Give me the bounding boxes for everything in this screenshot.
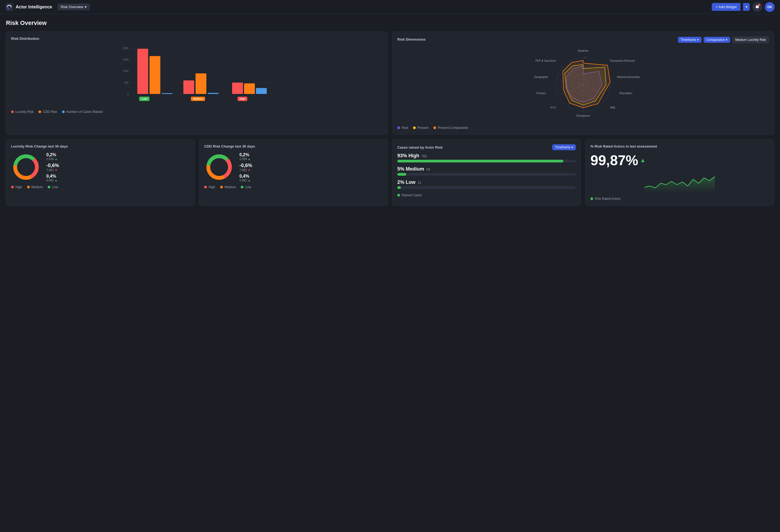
radar-svg: Systemic Transaction Behavior Network As…	[526, 47, 640, 123]
risk-rated-value-row: 99,87% ▲	[590, 152, 769, 168]
cases-row-low: 2% Low 11	[397, 179, 576, 189]
top-grid: Risk Distribution 200k 150k 100k 50k 0	[6, 32, 774, 135]
c-high-dot	[204, 186, 207, 189]
legend-lucinity: Lucinity Risk	[11, 110, 34, 114]
risk-rated-legend-item: Risk Rated Actors	[590, 197, 621, 201]
risk-rated-title: % Risk Rated Actors in last assessment	[590, 144, 769, 148]
cases-card: Cases raised by Actor Risk Timeframe ▾ 9…	[392, 139, 581, 206]
legend-past: Past	[397, 126, 408, 130]
add-widget-chevron-button[interactable]: ▾	[743, 3, 750, 11]
raised-cases-legend: Raised Cases	[397, 193, 422, 197]
present-label: Present	[418, 126, 429, 130]
up-icon-2: ▲	[55, 179, 58, 182]
raised-cases-label: Raised Cases	[402, 193, 422, 197]
past-dot	[397, 126, 400, 129]
lucinity-low-stat: -0,6% 7.082 ▼	[46, 163, 59, 172]
cdd-low-pct: -0,6%	[239, 163, 252, 168]
l-med-dot	[27, 186, 30, 189]
c-high-label: High	[208, 185, 215, 189]
cases-legend: Raised Cases	[397, 193, 576, 197]
cases-timeframe-chevron: ▾	[572, 145, 573, 149]
page-title: Risk Overview	[6, 19, 774, 26]
legend-present: Present	[413, 126, 429, 130]
cdd-high-pct: 0,2%	[239, 152, 252, 157]
cdd-low-sub: 7.082 ▼	[239, 168, 252, 172]
svg-text:KYC: KYC	[551, 106, 556, 109]
cases-medium-pct: 5% Medium	[397, 166, 424, 172]
trend-svg	[590, 171, 769, 193]
cases-high-bar-bg	[397, 160, 576, 162]
risk-distribution-legend: Lucinity Risk CDD Risk Number of Cases R…	[11, 110, 383, 114]
timeframe-filter[interactable]: Timeframe ▾	[678, 37, 701, 43]
lucinity-legend-high: High	[11, 185, 22, 189]
svg-rect-17	[196, 73, 206, 94]
svg-text:Network Association: Network Association	[617, 75, 640, 78]
legend-cdd: CDD Risk	[39, 110, 57, 114]
cdd-donut-container: 0,2% 2.039 ▲ -0,6% 7.082 ▼ 0,4% 5.082 ▲	[204, 152, 383, 182]
svg-marker-58	[563, 60, 610, 108]
cases-timeframe-badge[interactable]: Timeframe ▾	[552, 144, 576, 150]
add-widget-button[interactable]: + Add Widget	[712, 3, 740, 11]
logo-area: Actor Intelligence	[5, 3, 52, 11]
past-label: Past	[402, 126, 408, 130]
cases-medium-bar-bg	[397, 173, 576, 176]
cases-low-label-row: 2% Low 11	[397, 179, 576, 185]
present-comparative-dot	[433, 126, 436, 129]
lucinity-high-stat: 0,2% 2.039 ▲	[46, 152, 59, 161]
c-med-dot	[220, 186, 223, 189]
svg-rect-21	[232, 83, 243, 94]
comparative-filter[interactable]: Comparative ▾	[703, 37, 730, 43]
cases-high-bar-fill	[397, 160, 563, 162]
risk-trend-line	[590, 171, 769, 194]
medium-lucinity-filter[interactable]: Medium Lucinity Risk	[732, 37, 769, 43]
svg-rect-22	[244, 84, 255, 94]
header-right: + Add Widget ▾ GK	[712, 2, 775, 12]
lucinity-low-sub: 7.082 ▼	[46, 168, 59, 172]
cdd-legend-medium: Medium	[220, 185, 236, 189]
cdd-medium-sub: 5.082 ▲	[239, 179, 252, 182]
down-icon: ▼	[55, 168, 58, 172]
cdd-legend-high: High	[204, 185, 215, 189]
svg-text:0: 0	[127, 93, 129, 96]
c-low-label: Low	[245, 185, 251, 189]
lucinity-legend: High Medium Low	[11, 185, 190, 189]
svg-text:Reputation: Reputation	[619, 92, 632, 95]
lucinity-medium-stat: 0,4% 5.082 ▲	[46, 174, 59, 182]
risk-rated-card: % Risk Rated Actors in last assessment 9…	[585, 139, 774, 206]
lucinity-donut-container: 0,2% 2.039 ▲ -0,6% 7.082 ▼ 0,4% 5.082 ▲	[11, 152, 190, 182]
cdd-legend-low: Low	[241, 185, 251, 189]
svg-text:AML: AML	[610, 106, 616, 109]
l-low-dot	[48, 186, 50, 189]
app-name: Actor Intelligence	[16, 5, 52, 9]
cases-title-row: Cases raised by Actor Risk Timeframe ▾	[397, 144, 576, 150]
svg-text:Product: Product	[537, 92, 546, 95]
svg-text:Low: Low	[142, 98, 147, 100]
lucinity-risk-title: Lucinity Risk Change last 30 days	[11, 144, 190, 148]
c-med-label: Medium	[225, 185, 236, 189]
notification-button[interactable]	[752, 2, 762, 12]
svg-rect-16	[183, 81, 194, 94]
lucinity-risk-card: Lucinity Risk Change last 30 days 0,2% 2…	[6, 139, 195, 206]
l-low-label: Low	[52, 185, 58, 189]
cases-medium-count: 23	[426, 168, 430, 171]
logo-icon	[5, 3, 13, 11]
cdd-down-icon: ▼	[248, 168, 251, 172]
notification-dot	[758, 4, 760, 6]
lucinity-low-pct: -0,6%	[46, 163, 59, 168]
lucinity-high-pct: 0,2%	[46, 152, 59, 157]
cases-low-bar-fill	[397, 186, 401, 189]
cdd-legend: High Medium Low	[204, 185, 383, 189]
lucinity-medium-sub: 5.082 ▲	[46, 179, 59, 182]
user-avatar[interactable]: GK	[765, 2, 775, 12]
svg-text:5: 5	[584, 57, 585, 58]
cdd-high-sub: 2.039 ▲	[239, 157, 252, 161]
cases-medium-label-row: 5% Medium 23	[397, 166, 576, 172]
cases-high-pct: 93% High	[397, 153, 419, 159]
svg-text:100k: 100k	[123, 69, 129, 72]
l-high-label: High	[15, 185, 22, 189]
cases-low-pct: 2% Low	[397, 179, 416, 185]
radar-area: Systemic Transaction Behavior Network As…	[397, 47, 769, 123]
svg-text:Systemic: Systemic	[578, 49, 589, 52]
svg-text:High: High	[240, 98, 245, 100]
nav-dropdown[interactable]: Risk Overview ▾	[57, 3, 90, 10]
